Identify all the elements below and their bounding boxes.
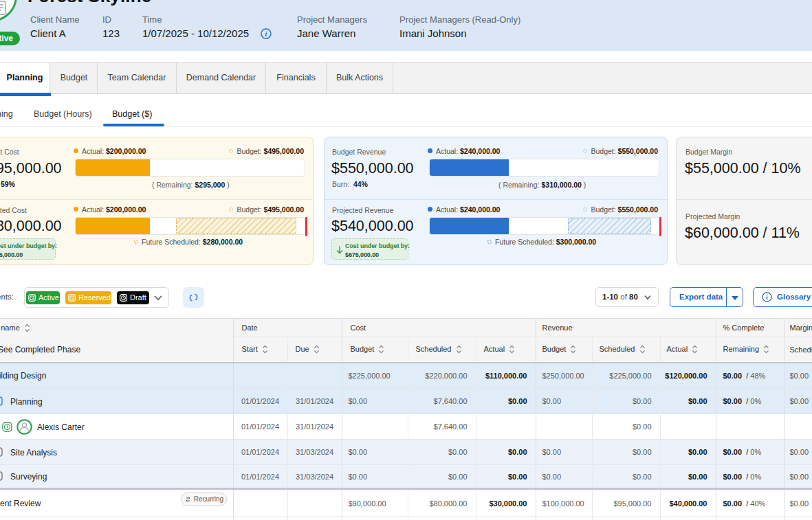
- svg-text:i: i: [265, 30, 267, 38]
